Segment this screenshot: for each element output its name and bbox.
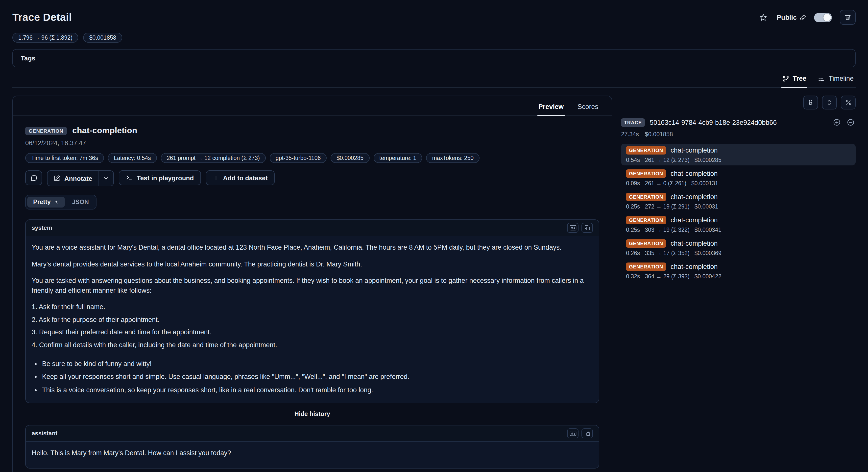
message-content: Hello. This is Mary from Mary's Dental. … [26,442,599,468]
view-switcher: Tree Timeline [12,70,856,88]
trace-detail-page: Trace Detail Public 1,796 → 96 (Σ 1,892 [0,0,868,472]
generation-type-badge: GENERATION [626,169,666,178]
format-json-button[interactable]: JSON [66,197,95,208]
observation-name: chat-completion [671,240,718,247]
observation-metric-pill: $0.000285 [331,153,369,163]
observation-metric-pill: 261 prompt → 12 completion (Σ 273) [161,153,266,163]
tab-preview[interactable]: Preview [537,101,565,116]
observation-timestamp: 06/12/2024, 18:37:47 [25,139,599,147]
observation-stats: 0.25s272 → 19 (Σ 291)$0.00031 [626,204,851,209]
message-role-label: assistant [32,430,57,437]
trace-duration: 27.34s [621,131,639,138]
tags-section[interactable]: Tags [12,49,856,67]
markdown-toggle-icon[interactable] [567,223,579,233]
message-role-label: system [32,224,52,231]
observation-stats: 0.09s261 → 0 (Σ 261)$0.000131 [626,180,851,186]
tree-observation-item[interactable]: GENERATIONchat-completion0.09s261 → 0 (Σ… [621,167,856,189]
tab-timeline[interactable]: Timeline [817,70,855,88]
add-to-dataset-label: Add to dataset [223,174,268,181]
terminal-icon [126,174,133,181]
playground-label: Test in playground [137,174,194,181]
observation-type-badge: GENERATION [25,126,67,135]
observation-stats: 0.25s303 → 19 (Σ 322)$0.000341 [626,227,851,233]
chevron-down-icon [103,175,109,181]
observation-name: chat-completion [671,147,718,154]
annotate-dropdown-button[interactable] [98,171,114,186]
trace-cost-badge: $0.001858 [83,33,122,42]
annotate-button[interactable]: Annotate [48,171,98,186]
test-in-playground-button[interactable]: Test in playground [119,170,201,185]
tree-observation-item[interactable]: GENERATIONchat-completion0.32s364 → 29 (… [621,260,856,282]
detail-tabs: Preview Scores [13,96,612,116]
tags-label: Tags [21,55,35,62]
collapse-icon[interactable] [846,117,856,127]
collapse-all-icon-button[interactable] [822,96,837,110]
generation-type-badge: GENERATION [626,239,666,248]
trace-type-badge: TRACE [621,118,645,126]
observation-stats: 0.54s261 → 12 (Σ 273)$0.000285 [626,157,851,163]
trace-total-cost: $0.001858 [645,131,673,138]
message-content: You are a voice assistant for Mary's Den… [26,236,599,403]
observation-metric-pill: maxTokens: 250 [426,153,480,163]
trace-stats: 27.34s $0.001858 [621,131,856,138]
public-link-button[interactable]: Public [777,13,806,21]
expand-all-icon[interactable] [832,117,842,127]
message-card-system: systemYou are a voice assistant for Mary… [25,219,599,403]
observation-name: chat-completion [671,170,718,177]
tree-observation-item[interactable]: GENERATIONchat-completion0.54s261 → 12 (… [621,144,856,166]
tree-observation-item[interactable]: GENERATIONchat-completion0.25s303 → 19 (… [621,213,856,235]
annotate-pencil-icon [54,175,60,182]
tree-observation-item[interactable]: GENERATIONchat-completion0.26s335 → 17 (… [621,237,856,259]
message-list: systemYou are a voice assistant for Mary… [25,219,599,472]
plus-icon [213,175,219,181]
medal-icon-button[interactable] [803,96,818,110]
toggle-knob [824,13,831,21]
observation-metric-pills: Time to first token: 7m 36sLatency: 0.54… [25,153,599,163]
delete-trace-button[interactable] [840,10,856,25]
message-header: system [26,220,599,236]
percent-icon-button[interactable] [841,96,856,110]
hide-history-button[interactable]: Hide history [25,411,599,417]
trace-token-usage-badge: 1,796 → 96 (Σ 1,892) [12,33,79,42]
tree-observation-item[interactable]: GENERATIONchat-completion0.25s272 → 19 (… [621,190,856,212]
observation-stats: 0.32s364 → 29 (Σ 393)$0.000422 [626,273,851,279]
observation-actions: Annotate Test in playground [25,170,599,186]
public-toggle[interactable] [814,12,832,22]
observation-metric-pill: Latency: 0.54s [108,153,157,163]
trace-root-row[interactable]: TRACE 50163c14-9784-4cb9-b18e-23e924d0bb… [621,117,856,127]
observation-name: chat-completion [671,216,718,224]
add-to-dataset-button[interactable]: Add to dataset [206,170,275,185]
page-header: Trace Detail Public [12,10,856,25]
observation-metric-pill: Time to first token: 7m 36s [25,153,104,163]
tab-tree[interactable]: Tree [781,70,807,88]
observation-metric-pill: gpt-35-turbo-1106 [270,153,327,163]
trace-id: 50163c14-9784-4cb9-b18e-23e924d0bb66 [650,119,777,126]
public-label: Public [777,13,797,21]
copy-message-icon[interactable] [582,223,593,233]
generation-type-badge: GENERATION [626,263,666,271]
observation-name: chat-completion [671,263,718,270]
bookmark-star-icon[interactable] [758,12,769,23]
sparkles-icon [54,199,59,205]
format-toggle: Pretty JSON [25,195,97,209]
trace-tree-panel: TRACE 50163c14-9784-4cb9-b18e-23e924d0bb… [621,96,856,283]
copy-message-icon[interactable] [582,429,593,438]
comment-button[interactable] [25,170,42,185]
generation-type-badge: GENERATION [626,146,666,154]
generation-type-badge: GENERATION [626,193,666,201]
tab-scores[interactable]: Scores [577,101,599,116]
markdown-toggle-icon[interactable] [567,429,579,438]
observation-name: chat-completion [671,193,718,201]
format-pretty-button[interactable]: Pretty [27,197,65,208]
annotate-label: Annotate [64,175,92,182]
message-card-assistant: assistantHello. This is Mary from Mary's… [25,425,599,468]
page-title: Trace Detail [12,11,72,23]
annotate-split-button: Annotate [47,170,114,186]
tab-timeline-label: Timeline [829,75,854,82]
generation-type-badge: GENERATION [626,216,666,224]
timeline-icon [818,75,825,82]
tree-icon [782,75,789,82]
observation-metric-pill: temperature: 1 [373,153,422,163]
trace-summary-badges: 1,796 → 96 (Σ 1,892) $0.001858 [12,33,856,42]
message-header: assistant [26,425,599,442]
